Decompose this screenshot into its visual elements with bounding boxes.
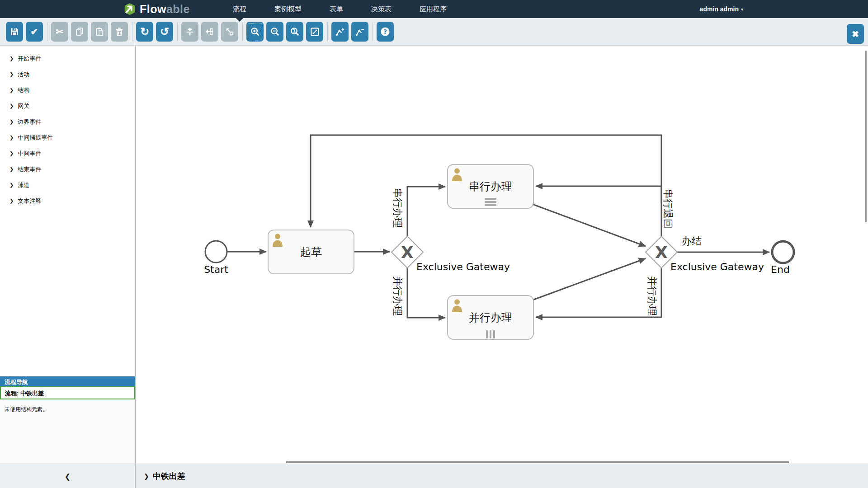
check-icon: ✔ bbox=[31, 27, 38, 36]
tab-apps[interactable]: 应用程序 bbox=[420, 5, 447, 14]
save-icon bbox=[9, 27, 19, 37]
tab-process[interactable]: 流程 bbox=[233, 5, 246, 14]
caret-down-icon: ▾ bbox=[741, 7, 743, 12]
chevron-right-icon: ❯ bbox=[9, 103, 14, 109]
flow-gateway1-to-serial[interactable] bbox=[407, 187, 445, 236]
tab-case-model[interactable]: 案例模型 bbox=[274, 5, 302, 14]
start-event[interactable] bbox=[205, 241, 227, 263]
vertical-scrollbar[interactable] bbox=[865, 51, 867, 222]
help-icon: ? bbox=[380, 26, 391, 37]
edge-label-finish: 办结 bbox=[682, 235, 702, 247]
align-vertical-button[interactable] bbox=[181, 22, 198, 42]
palette-group-annotations[interactable]: ❯文本注释 bbox=[0, 193, 135, 209]
flowable-logo[interactable]: Flowable bbox=[123, 2, 190, 16]
palette-group-activities[interactable]: ❯活动 bbox=[0, 66, 135, 82]
scissors-icon: ✂ bbox=[56, 27, 64, 36]
zoom-in-icon bbox=[250, 27, 260, 37]
chevron-right-icon: ❯ bbox=[9, 150, 14, 156]
tab-decision-table[interactable]: 决策表 bbox=[371, 5, 392, 14]
stencil-palette: ❯开始事件 ❯活动 ❯结构 ❯网关 ❯边界事件 ❯中间捕捉事件 ❯中间事件 ❯结… bbox=[0, 46, 135, 209]
user-menu[interactable]: admin admin ▾ bbox=[700, 0, 743, 18]
delete-button[interactable] bbox=[111, 22, 128, 42]
remove-bendpoint-button[interactable] bbox=[351, 22, 368, 42]
zoom-out-button[interactable] bbox=[266, 22, 283, 42]
same-size-icon bbox=[225, 27, 235, 37]
collapse-sidebar-icon[interactable]: ❮ bbox=[65, 472, 71, 481]
chevron-right-icon: ❯ bbox=[9, 71, 14, 77]
toolbar-separator bbox=[373, 22, 373, 41]
zoom-out-icon bbox=[270, 27, 280, 37]
gateway-x-icon: X bbox=[655, 243, 668, 262]
add-bendpoint-icon bbox=[335, 27, 345, 37]
navigator-current-process[interactable]: 流程: 中铁出差 bbox=[0, 386, 135, 399]
undo-icon: ↺ bbox=[160, 26, 169, 37]
top-navbar: Flowable 流程 案例模型 表单 决策表 应用程序 admin admin… bbox=[0, 0, 868, 18]
zoom-actual-button[interactable]: 1 bbox=[286, 22, 303, 42]
toolbar-separator bbox=[242, 22, 243, 41]
validate-button[interactable]: ✔ bbox=[26, 22, 43, 42]
edge-label-to-serial: 串行办理 bbox=[392, 188, 403, 228]
copy-button[interactable] bbox=[71, 22, 88, 42]
palette-group-start-events[interactable]: ❯开始事件 bbox=[0, 51, 135, 66]
palette-group-intermediate-catching-events[interactable]: ❯中间捕捉事件 bbox=[0, 130, 135, 145]
chevron-right-icon: ❯ bbox=[144, 473, 149, 480]
bpmn-diagram: 串行办理 并行办理 串行退回 并行办理 办结 Start 起草 串行办理 并行办… bbox=[136, 46, 868, 464]
palette-group-structural[interactable]: ❯结构 bbox=[0, 82, 135, 98]
close-editor-button[interactable]: ✖ bbox=[847, 24, 864, 44]
align-horizontal-button[interactable] bbox=[201, 22, 218, 42]
end-event[interactable] bbox=[772, 241, 794, 263]
main-nav-tabs: 流程 案例模型 表单 决策表 应用程序 bbox=[233, 0, 447, 18]
palette-group-intermediate-events[interactable]: ❯中间事件 bbox=[0, 145, 135, 161]
chevron-right-icon: ❯ bbox=[9, 87, 14, 93]
edge-label-parallel-return: 并行办理 bbox=[646, 276, 658, 316]
align-horizontal-icon bbox=[205, 27, 215, 37]
task-draft-label: 起草 bbox=[300, 246, 322, 258]
zoom-actual-icon: 1 bbox=[290, 27, 300, 37]
gateway-2-label: Exclusive Gateway bbox=[670, 261, 764, 272]
redo-button[interactable]: ↻ bbox=[136, 22, 153, 42]
edge-label-serial-return: 串行退回 bbox=[662, 189, 674, 229]
flow-gateway2-to-serial-return[interactable] bbox=[536, 186, 661, 203]
palette-group-swimlanes[interactable]: ❯泳道 bbox=[0, 177, 135, 193]
flow-gateway1-to-parallel[interactable] bbox=[407, 268, 445, 318]
copy-icon bbox=[75, 27, 85, 37]
user-name: admin admin bbox=[700, 5, 739, 13]
active-tab-caret bbox=[236, 18, 243, 22]
process-navigator-panel: 流程导航 流程: 中铁出差 未使用结构元素。 bbox=[0, 376, 135, 464]
help-button[interactable]: ? bbox=[377, 22, 394, 42]
paste-button[interactable] bbox=[91, 22, 108, 42]
horizontal-scrollbar[interactable] bbox=[286, 461, 789, 463]
paste-icon bbox=[94, 27, 104, 37]
chevron-right-icon: ❯ bbox=[9, 198, 14, 204]
process-breadcrumb[interactable]: ❯ 中铁出差 bbox=[144, 464, 185, 488]
tab-form[interactable]: 表单 bbox=[330, 5, 343, 14]
zoom-in-button[interactable] bbox=[246, 22, 264, 42]
chevron-right-icon: ❯ bbox=[9, 119, 14, 125]
start-event-label: Start bbox=[204, 264, 228, 275]
gateway-x-icon: X bbox=[401, 243, 414, 262]
flow-serial-to-gateway2[interactable] bbox=[533, 204, 646, 246]
editor-toolbar: ✔ ✂ ↻ ↺ bbox=[0, 18, 868, 46]
flowable-logo-icon bbox=[123, 2, 137, 16]
toolbar-separator bbox=[132, 22, 132, 41]
palette-group-end-events[interactable]: ❯结束事件 bbox=[0, 161, 135, 177]
cut-button[interactable]: ✂ bbox=[51, 22, 68, 42]
chevron-right-icon: ❯ bbox=[9, 166, 14, 172]
align-vertical-icon bbox=[185, 27, 195, 37]
toolbar-separator bbox=[47, 22, 47, 41]
save-button[interactable] bbox=[6, 22, 23, 42]
palette-group-boundary-events[interactable]: ❯边界事件 bbox=[0, 114, 135, 130]
add-bendpoint-button[interactable] bbox=[331, 22, 349, 42]
toolbar-separator bbox=[327, 22, 328, 41]
palette-sidebar: ❯开始事件 ❯活动 ❯结构 ❯网关 ❯边界事件 ❯中间捕捉事件 ❯中间事件 ❯结… bbox=[0, 46, 136, 464]
fit-screen-button[interactable] bbox=[306, 22, 323, 42]
same-size-button[interactable] bbox=[221, 22, 238, 42]
flow-parallel-to-gateway2[interactable] bbox=[533, 258, 646, 300]
palette-group-gateways[interactable]: ❯网关 bbox=[0, 98, 135, 114]
toolbar-separator bbox=[177, 22, 178, 41]
diagram-canvas[interactable]: 串行办理 并行办理 串行退回 并行办理 办结 Start 起草 串行办理 并行办… bbox=[136, 46, 868, 464]
edge-label-to-parallel: 并行办理 bbox=[392, 276, 403, 316]
chevron-right-icon: ❯ bbox=[9, 135, 14, 141]
undo-button[interactable]: ↺ bbox=[156, 22, 173, 42]
close-icon: ✖ bbox=[852, 30, 859, 38]
